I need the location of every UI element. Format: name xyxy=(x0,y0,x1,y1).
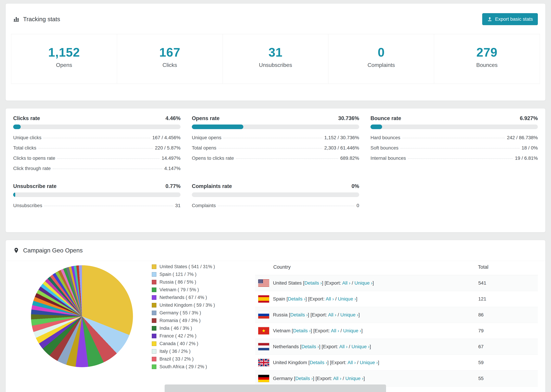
bracket: ] [Export: xyxy=(305,296,326,301)
legend-item: Brazil ( 33 / 2% ) xyxy=(152,355,247,363)
export-unique-link[interactable]: Unique › xyxy=(338,296,356,301)
stat-box-opens: 1,152Opens xyxy=(11,34,117,84)
export-all-link[interactable]: All › xyxy=(331,328,339,333)
bracket: [ xyxy=(292,328,293,333)
country-cell: Vietnam [Details ›] [Export: All › / Uni… xyxy=(255,323,478,339)
pie-chart-wrap xyxy=(31,265,133,367)
table-row-de: Germany [Details ›] [Export: All › / Uni… xyxy=(255,371,538,386)
country-cell: Germany [Details ›] [Export: All › / Uni… xyxy=(255,371,478,386)
geo-opens-title: Campaign Geo Opens xyxy=(13,247,83,254)
country-text: Netherlands [Details ›] [Export: All › /… xyxy=(273,344,371,350)
stat-label: Opens xyxy=(11,62,117,68)
bracket: [ xyxy=(294,376,295,381)
geo-opens-table: Country Total United States [Details ›] … xyxy=(255,261,538,386)
rates-card: Clicks rate4.46%Unique clicks167 / 4.456… xyxy=(6,108,545,232)
stat-box-bounces: 279Bounces xyxy=(434,34,540,84)
legend-item: Italy ( 36 / 2% ) xyxy=(152,348,247,355)
legend-label: Italy ( 36 / 2% ) xyxy=(160,349,191,354)
dotted-leader xyxy=(236,158,338,159)
opens-rate-panel: Opens rate30.736%Unique opens1,152 / 30.… xyxy=(192,115,359,163)
stat-row-value: 0 xyxy=(356,203,359,208)
details-link[interactable]: Details › xyxy=(304,280,322,286)
stat-row: Opens to clicks rate689.82% xyxy=(192,153,359,163)
legend-label: Brazil ( 33 / 2% ) xyxy=(160,357,194,362)
bracket: ] xyxy=(356,296,357,301)
export-all-link[interactable]: All › xyxy=(342,280,350,286)
horizontal-scrollbar[interactable] xyxy=(165,385,386,392)
opens-rate-rows: Unique opens1,152 / 30.736%Total opens2,… xyxy=(192,133,359,163)
vn-flag-icon xyxy=(258,327,269,335)
details-link[interactable]: Details › xyxy=(310,360,327,365)
legend-item: Romania ( 49 / 3% ) xyxy=(152,317,247,324)
stat-value: 279 xyxy=(434,46,540,58)
progress-bar xyxy=(192,192,359,197)
stat-value: 31 xyxy=(223,46,328,58)
country-cell: Netherlands [Details ›] [Export: All › /… xyxy=(255,339,478,355)
legend-label: India ( 46 / 3% ) xyxy=(160,326,192,331)
stat-row: Unique clicks167 / 4.456% xyxy=(13,133,181,143)
country-text: Russia [Details ›] [Export: All › / Uniq… xyxy=(273,312,360,318)
export-basic-stats-label: Export basic stats xyxy=(495,16,533,22)
progress-bar-fill xyxy=(13,192,15,197)
summary-stats-row: 1,152Opens167Clicks31Unsubscribes0Compla… xyxy=(11,34,540,84)
legend-label: France ( 42 / 2% ) xyxy=(160,333,197,339)
country-cell: United States [Details ›] [Export: All ›… xyxy=(255,275,478,291)
country-total: 541 xyxy=(478,275,538,291)
stat-value: 167 xyxy=(117,46,223,58)
stat-row: Click through rate4.147% xyxy=(13,163,181,174)
country-text: United Kingdom [Details ›] [Export: All … xyxy=(273,360,379,365)
export-unique-link[interactable]: Unique › xyxy=(345,376,363,381)
legend-label: Germany ( 55 / 3% ) xyxy=(160,310,201,315)
bracket: ] xyxy=(370,344,371,349)
stat-row-value: 242 / 86.738% xyxy=(507,135,538,140)
total-column-header: Total xyxy=(478,261,538,275)
legend-swatch xyxy=(152,357,156,361)
details-link[interactable]: Details › xyxy=(302,344,319,349)
details-link[interactable]: Details › xyxy=(295,376,313,381)
export-unique-link[interactable]: Unique › xyxy=(352,344,370,349)
stat-row-value: 1,152 / 30.736% xyxy=(324,135,359,140)
unsubscribe-rate-head: Unsubscribe rate0.77% xyxy=(13,183,181,189)
stat-row-value: 2,303 / 61.446% xyxy=(324,145,359,151)
geo-table-wrap: Country Total United States [Details ›] … xyxy=(255,261,538,386)
export-all-link[interactable]: All › xyxy=(326,296,334,301)
legend-swatch xyxy=(152,349,156,354)
rate-value: 4.46% xyxy=(165,115,181,121)
legend-item: Netherlands ( 67 / 4% ) xyxy=(152,294,247,301)
tracking-stats-card: Tracking stats Export basic stats 1,152O… xyxy=(6,3,545,101)
export-unique-link[interactable]: Unique › xyxy=(343,328,361,333)
details-link[interactable]: Details › xyxy=(290,312,308,317)
export-unique-link[interactable]: Unique › xyxy=(340,312,359,317)
bracket: [ xyxy=(303,280,304,286)
legend-item: United States ( 541 / 31% ) xyxy=(152,263,247,271)
export-all-link[interactable]: All › xyxy=(347,360,356,365)
details-link[interactable]: Details › xyxy=(288,296,305,301)
legend-item: United Kingdom ( 59 / 3% ) xyxy=(152,301,247,309)
export-unique-link[interactable]: Unique › xyxy=(354,280,373,286)
table-row-es: Spain [Details ›] [Export: All › / Uniqu… xyxy=(255,291,538,307)
dotted-leader xyxy=(224,138,322,138)
export-basic-stats-button[interactable]: Export basic stats xyxy=(482,13,538,25)
geo-opens-card: Campaign Geo Opens United States ( 541 /… xyxy=(6,240,545,392)
legend-swatch xyxy=(152,264,156,269)
legend-item: Spain ( 121 / 7% ) xyxy=(152,271,247,278)
bounce-rate-head: Bounce rate6.927% xyxy=(370,115,538,121)
tracking-stats-header: Tracking stats Export basic stats xyxy=(6,4,545,34)
legend-swatch xyxy=(152,364,156,369)
export-all-link[interactable]: All › xyxy=(333,376,341,381)
tracking-stats-title-text: Tracking stats xyxy=(23,16,60,23)
stat-row-label: Soft bounces xyxy=(370,145,398,151)
legend-label: United States ( 541 / 31% ) xyxy=(160,264,215,269)
country-text: Vietnam [Details ›] [Export: All › / Uni… xyxy=(273,328,363,334)
legend-item: Germany ( 55 / 3% ) xyxy=(152,309,247,317)
complaints-rate-panel: Complaints rate0%Complaints0 xyxy=(192,183,359,211)
details-link[interactable]: Details › xyxy=(293,328,311,333)
progress-bar-fill xyxy=(13,125,21,129)
export-all-link[interactable]: All › xyxy=(328,312,336,317)
export-all-link[interactable]: All › xyxy=(339,344,347,349)
legend-label: Spain ( 121 / 7% ) xyxy=(160,272,197,277)
progress-bar xyxy=(370,125,538,129)
rate-value: 0.77% xyxy=(165,183,181,189)
export-unique-link[interactable]: Unique › xyxy=(360,360,378,365)
clicks-rate-rows: Unique clicks167 / 4.456%Total clicks220… xyxy=(13,133,181,174)
